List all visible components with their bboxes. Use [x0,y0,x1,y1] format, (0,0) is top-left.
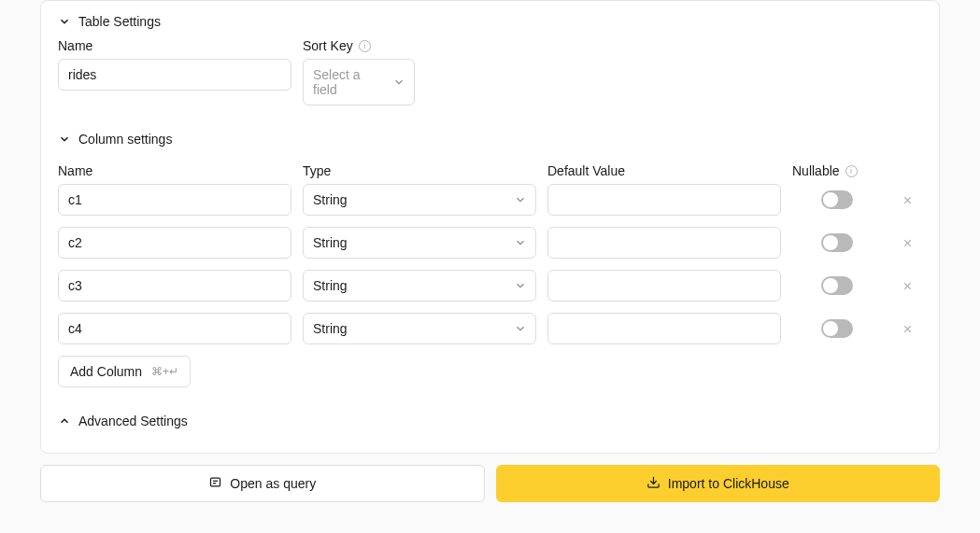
table-settings-body: Name Sort Key i Select a field [41,35,939,119]
info-icon: i [845,165,858,177]
chevron-down-icon [58,15,71,28]
column-name-input[interactable] [58,227,291,259]
sort-key-placeholder: Select a field [303,59,415,105]
table-name-input[interactable] [58,59,291,91]
column-settings-body: Name Type Default Value Nullable i Strin… [41,152,939,400]
query-icon [208,475,222,492]
col-header-nullable: Nullable i [792,163,881,178]
column-type-select[interactable]: String [303,184,536,216]
open-as-query-button[interactable]: Open as query [40,465,485,502]
sort-key-label: Sort Key i [303,38,415,53]
table-settings-header[interactable]: Table Settings [41,1,939,35]
info-icon: i [359,40,371,52]
col-header-default: Default Value [547,163,781,178]
column-name-input[interactable] [58,184,291,216]
delete-column-button[interactable] [892,280,922,292]
delete-column-button[interactable] [892,323,922,335]
add-column-button[interactable]: Add Column ⌘+↵ [58,356,191,387]
column-type-select[interactable]: String [303,227,536,259]
import-button[interactable]: Import to ClickHouse [496,465,941,502]
column-default-input[interactable] [547,270,781,302]
import-icon [646,475,660,492]
column-type-value: String [303,270,536,302]
column-type-value: String [303,184,536,216]
column-name-input[interactable] [58,270,291,302]
nullable-toggle[interactable] [821,319,853,338]
import-label: Import to ClickHouse [668,476,789,491]
delete-column-button[interactable] [892,237,922,249]
column-default-input[interactable] [547,227,781,259]
svg-rect-8 [211,478,220,486]
column-settings-title: Column settings [78,132,172,147]
settings-panel: Table Settings Name Sort Key i Select a … [40,0,940,454]
column-type-select[interactable]: String [303,313,536,344]
advanced-settings-title: Advanced Settings [78,414,188,428]
column-name-input[interactable] [58,313,291,344]
column-settings-header[interactable]: Column settings [41,119,939,152]
delete-column-button[interactable] [892,194,922,206]
footer: Open as query Import to ClickHouse [40,465,940,502]
column-default-input[interactable] [547,184,781,216]
nullable-toggle[interactable] [821,190,853,209]
table-settings-title: Table Settings [78,14,161,29]
col-header-nullable-text: Nullable [792,163,840,178]
col-header-type: Type [303,163,536,178]
nullable-toggle[interactable] [821,233,853,252]
chevron-down-icon [58,133,71,146]
chevron-right-icon [58,414,71,428]
column-default-input[interactable] [547,313,781,344]
sort-key-select[interactable]: Select a field [303,59,415,105]
column-type-value: String [303,227,536,259]
add-column-shortcut: ⌘+↵ [151,365,178,378]
col-header-name: Name [58,163,291,178]
name-label: Name [58,38,291,53]
sort-key-label-text: Sort Key [303,38,353,53]
column-type-value: String [303,313,536,344]
column-type-select[interactable]: String [303,270,536,302]
nullable-toggle[interactable] [821,276,853,295]
add-column-label: Add Column [70,364,142,379]
advanced-settings-header[interactable]: Advanced Settings [41,400,939,442]
open-as-query-label: Open as query [230,476,316,491]
